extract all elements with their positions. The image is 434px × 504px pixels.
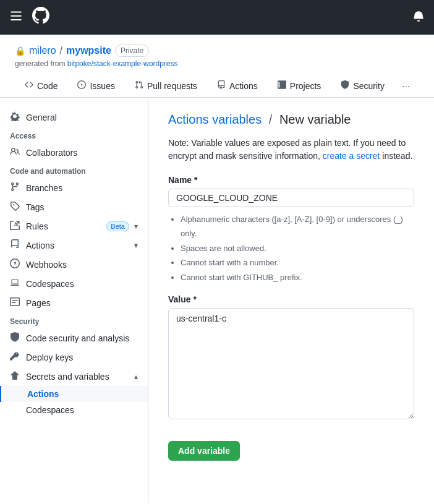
repo-header: 🔒 milero / mywpsite Private generated fr… bbox=[0, 35, 434, 98]
deploy-keys-icon bbox=[10, 351, 21, 363]
sidebar-codespaces-label: Codespaces bbox=[26, 279, 138, 289]
secrets-expand-icon: ▴ bbox=[134, 372, 138, 381]
pull-request-icon bbox=[135, 80, 143, 91]
tab-pull-requests-label: Pull requests bbox=[147, 81, 197, 91]
sidebar-item-branches[interactable]: Branches bbox=[0, 178, 148, 197]
top-navigation bbox=[0, 0, 434, 35]
value-form-group: Value * us-central1-c bbox=[168, 294, 414, 421]
github-logo-icon[interactable] bbox=[32, 7, 49, 28]
main-content: Actions variables / New variable Note: V… bbox=[148, 98, 434, 503]
validation-item-1: Spaces are not allowed. bbox=[181, 241, 414, 255]
name-input[interactable] bbox=[168, 189, 414, 207]
security-icon bbox=[341, 80, 349, 91]
sidebar-item-tags[interactable]: Tags bbox=[0, 197, 148, 216]
page-title: New variable bbox=[279, 113, 351, 126]
rules-icon bbox=[10, 220, 21, 232]
heading-separator: / bbox=[269, 113, 273, 126]
sidebar-deploy-keys-label: Deploy keys bbox=[26, 352, 138, 362]
general-icon bbox=[10, 111, 21, 123]
tab-security[interactable]: Security bbox=[331, 75, 394, 97]
note-box: Note: Variable values are exposed as pla… bbox=[168, 137, 414, 163]
codespaces-icon bbox=[10, 278, 21, 289]
issues-icon bbox=[77, 80, 86, 91]
sidebar-sub-item-actions[interactable]: Actions bbox=[0, 386, 148, 402]
sidebar-branches-label: Branches bbox=[26, 183, 138, 193]
private-badge: Private bbox=[115, 45, 149, 57]
page-heading: Actions variables / New variable bbox=[168, 113, 414, 127]
sidebar-item-actions[interactable]: Actions ▾ bbox=[0, 236, 148, 255]
tab-actions[interactable]: Actions bbox=[207, 75, 268, 97]
sidebar-item-collaborators[interactable]: Collaborators bbox=[0, 143, 148, 162]
name-label: Name * bbox=[168, 175, 414, 185]
tab-projects-label: Projects bbox=[290, 81, 321, 91]
sidebar-pages-label: Pages bbox=[26, 298, 138, 308]
actions-icon bbox=[217, 80, 226, 91]
tab-issues-label: Issues bbox=[90, 81, 114, 91]
notification-bell-icon[interactable] bbox=[413, 11, 424, 25]
sidebar-secrets-variables-label: Secrets and variables bbox=[26, 372, 129, 382]
settings-sidebar: General Access Collaborators Code and au… bbox=[0, 98, 148, 503]
validation-item-2: Cannot start with a number. bbox=[181, 255, 414, 270]
tab-projects[interactable]: Projects bbox=[268, 75, 331, 97]
add-variable-button[interactable]: Add variable bbox=[168, 441, 240, 461]
sidebar-item-deploy-keys[interactable]: Deploy keys bbox=[0, 348, 148, 367]
sidebar-item-webhooks[interactable]: Webhooks bbox=[0, 255, 148, 274]
rules-beta-badge: Beta bbox=[106, 221, 129, 231]
security-section-label: Security bbox=[0, 312, 148, 328]
sidebar-general-label: General bbox=[26, 113, 138, 122]
branches-icon bbox=[10, 182, 21, 194]
rules-expand-icon: ▾ bbox=[134, 222, 138, 231]
sidebar-sub-item-codespaces[interactable]: Codespaces bbox=[0, 402, 148, 418]
topnav-left bbox=[10, 7, 49, 28]
sidebar-webhooks-label: Webhooks bbox=[26, 260, 138, 270]
sidebar-sub-actions-label: Actions bbox=[27, 389, 59, 399]
sidebar-item-rules[interactable]: Rules Beta ▾ bbox=[0, 216, 148, 236]
sidebar-tags-label: Tags bbox=[26, 202, 138, 212]
sidebar-item-secrets-variables[interactable]: Secrets and variables ▴ bbox=[0, 367, 148, 386]
code-automation-section-label: Code and automation bbox=[0, 162, 148, 178]
actions-sidebar-icon bbox=[10, 239, 21, 251]
generated-from-link[interactable]: bitpoke/stack-example-wordpress bbox=[67, 59, 178, 68]
sidebar-code-security-label: Code security and analysis bbox=[26, 333, 138, 343]
collaborators-icon bbox=[10, 147, 21, 158]
tab-code[interactable]: Code bbox=[15, 75, 67, 97]
name-validation-list: Alphanumeric characters ([a-z], [A-Z], [… bbox=[168, 212, 414, 284]
repo-breadcrumb: 🔒 milero / mywpsite Private bbox=[15, 45, 419, 57]
tags-icon bbox=[10, 201, 21, 213]
value-label: Value * bbox=[168, 294, 414, 304]
create-secret-link[interactable]: create a secret bbox=[323, 151, 380, 161]
tab-actions-label: Actions bbox=[229, 81, 258, 91]
breadcrumb-separator: / bbox=[60, 45, 62, 56]
main-layout: General Access Collaborators Code and au… bbox=[0, 98, 434, 503]
lock-icon: 🔒 bbox=[15, 46, 25, 56]
sidebar-item-codespaces[interactable]: Codespaces bbox=[0, 274, 148, 293]
note-link-suffix: instead. bbox=[382, 151, 412, 161]
sidebar-item-code-security[interactable]: Code security and analysis bbox=[0, 328, 148, 348]
pages-icon bbox=[10, 297, 21, 309]
secrets-icon bbox=[10, 370, 21, 382]
actions-variables-breadcrumb-link[interactable]: Actions variables bbox=[168, 113, 262, 126]
repo-name-link[interactable]: mywpsite bbox=[66, 45, 111, 56]
more-tabs-button[interactable]: ··· bbox=[394, 76, 417, 97]
webhooks-icon bbox=[10, 258, 21, 270]
value-textarea[interactable]: us-central1-c bbox=[168, 308, 414, 419]
actions-expand-icon: ▾ bbox=[134, 241, 138, 250]
generated-from: generated from bitpoke/stack-example-wor… bbox=[15, 59, 419, 68]
hamburger-menu-icon[interactable] bbox=[10, 10, 22, 25]
sidebar-item-general[interactable]: General bbox=[0, 108, 148, 127]
code-security-icon bbox=[10, 332, 21, 344]
access-section-label: Access bbox=[0, 127, 148, 143]
tab-security-label: Security bbox=[353, 81, 385, 91]
tab-pull-requests[interactable]: Pull requests bbox=[125, 75, 207, 97]
repo-owner-link[interactable]: milero bbox=[29, 45, 56, 56]
name-form-group: Name * Alphanumeric characters ([a-z], [… bbox=[168, 175, 414, 284]
sidebar-item-pages[interactable]: Pages bbox=[0, 293, 148, 312]
tab-issues[interactable]: Issues bbox=[67, 75, 124, 97]
sidebar-rules-label: Rules bbox=[26, 221, 101, 231]
projects-icon bbox=[278, 80, 286, 91]
tab-code-label: Code bbox=[37, 81, 57, 91]
validation-item-0: Alphanumeric characters ([a-z], [A-Z], [… bbox=[181, 212, 414, 241]
sidebar-collaborators-label: Collaborators bbox=[26, 148, 138, 158]
repo-tabs: Code Issues Pull requests Actions Projec… bbox=[15, 75, 419, 97]
sidebar-actions-label: Actions bbox=[26, 241, 129, 250]
